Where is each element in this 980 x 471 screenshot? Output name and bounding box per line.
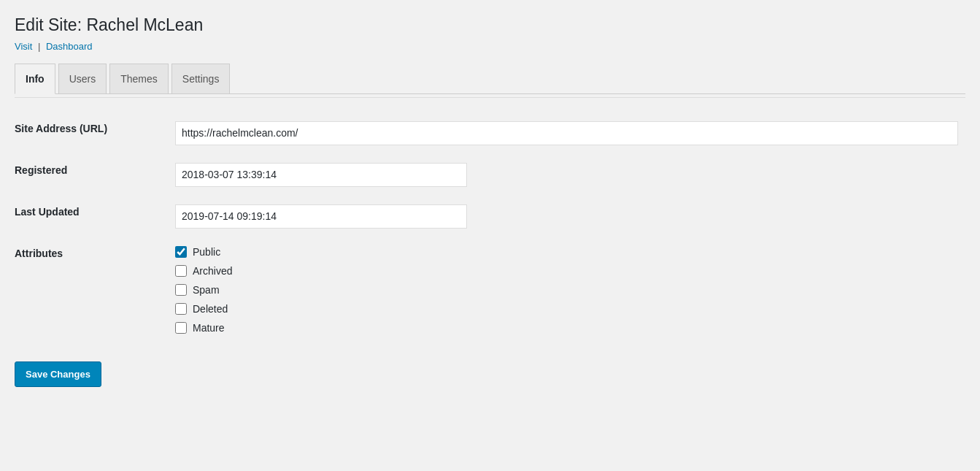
checkbox-public[interactable] <box>175 246 187 258</box>
attributes-label: Attributes <box>15 248 63 259</box>
tab-users[interactable]: Users <box>58 64 107 93</box>
checkbox-text-spam: Spam <box>193 284 220 296</box>
page-title: Edit Site: Rachel McLean <box>15 15 965 37</box>
checkbox-mature[interactable] <box>175 322 187 334</box>
registered-input[interactable] <box>175 163 467 187</box>
checkbox-label-deleted[interactable]: Deleted <box>175 303 958 315</box>
site-address-label: Site Address (URL) <box>15 123 107 134</box>
checkbox-archived[interactable] <box>175 265 187 277</box>
last-updated-label: Last Updated <box>15 206 80 218</box>
checkbox-text-archived: Archived <box>193 265 232 277</box>
page-wrapper: Edit Site: Rachel McLean Visit | Dashboa… <box>0 0 980 431</box>
checkbox-label-mature[interactable]: Mature <box>175 322 958 334</box>
tab-info[interactable]: Info <box>15 64 55 94</box>
last-updated-row: Last Updated <box>15 196 965 237</box>
breadcrumb: Visit | Dashboard <box>15 41 965 52</box>
checkbox-spam[interactable] <box>175 284 187 296</box>
site-address-row: Site Address (URL) <box>15 112 965 154</box>
checkbox-text-public: Public <box>193 246 220 258</box>
visit-link[interactable]: Visit <box>15 41 32 52</box>
attributes-checkboxes: PublicArchivedSpamDeletedMature <box>175 237 965 350</box>
breadcrumb-separator: | <box>38 41 40 52</box>
checkbox-text-mature: Mature <box>193 322 225 334</box>
dashboard-link[interactable]: Dashboard <box>46 41 93 52</box>
checkbox-text-deleted: Deleted <box>193 303 228 315</box>
checkbox-label-spam[interactable]: Spam <box>175 284 958 296</box>
form-table: Site Address (URL) Registered <box>15 112 965 350</box>
registered-row: Registered <box>15 154 965 196</box>
save-changes-button[interactable]: Save Changes <box>15 361 101 388</box>
site-address-input[interactable] <box>175 121 958 145</box>
attributes-row: Attributes PublicArchivedSpamDeletedMatu… <box>15 237 965 350</box>
registered-label: Registered <box>15 164 67 176</box>
tab-bar: Info Users Themes Settings <box>15 64 965 94</box>
last-updated-input[interactable] <box>175 204 467 229</box>
checkbox-label-public[interactable]: Public <box>175 246 958 258</box>
tab-themes[interactable]: Themes <box>109 64 169 93</box>
checkbox-label-archived[interactable]: Archived <box>175 265 958 277</box>
checkbox-deleted[interactable] <box>175 303 187 315</box>
tab-settings[interactable]: Settings <box>171 64 231 93</box>
form-area: Site Address (URL) Registered <box>15 98 965 402</box>
